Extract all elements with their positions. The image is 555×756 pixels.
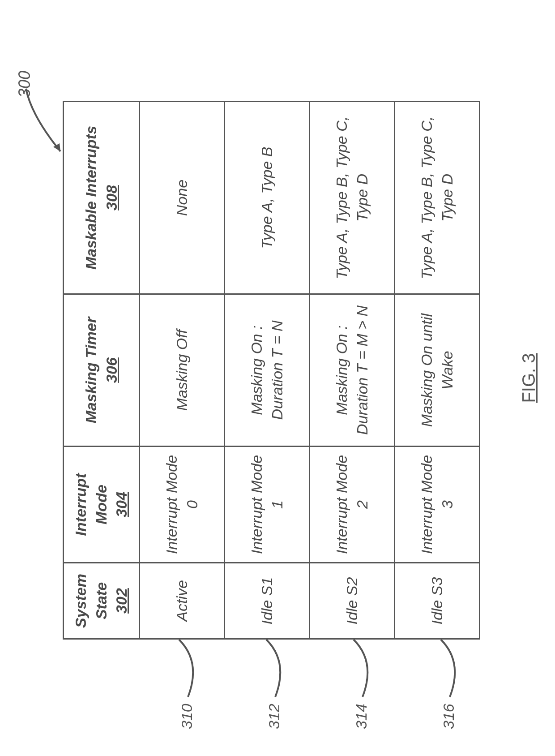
table-row: Idle S2 Interrupt Mode 2 Masking On : Du…: [310, 102, 395, 639]
cell-maskable-interrupts: Type A, Type B, Type C, Type D: [395, 102, 480, 294]
table-row: Idle S3 Interrupt Mode 3 Masking On unti…: [395, 102, 480, 639]
cell-masking-timer: Masking Off: [140, 294, 225, 447]
figure-ref-number: 300: [15, 71, 34, 98]
cell-interrupt-mode: Interrupt Mode 3: [395, 447, 480, 563]
cell-masking-timer: Masking On : Duration T = M > N: [310, 294, 395, 447]
cell-system-state: Idle S2: [310, 563, 395, 639]
table-row: Idle S1 Interrupt Mode 1 Masking On : Du…: [225, 102, 310, 639]
cell-system-state: Active: [140, 563, 225, 639]
row-ref-lead: 312: [257, 631, 293, 729]
cell-masking-timer: Masking On : Duration T = N: [225, 294, 310, 447]
cell-interrupt-mode: Interrupt Mode 1: [225, 447, 310, 563]
cell-maskable-interrupts: None: [140, 102, 225, 294]
cell-maskable-interrupts: Type A, Type B, Type C, Type D: [310, 102, 395, 294]
cell-system-state: Idle S1: [225, 563, 310, 639]
row-ref-lead: 314: [345, 631, 380, 729]
col-header-masking-timer: Masking Timer 306: [64, 294, 140, 447]
col-header-maskable-interrupts: Maskable Interrupts 308: [64, 102, 140, 294]
cell-masking-timer: Masking On until Wake: [395, 294, 480, 447]
cell-interrupt-mode: Interrupt Mode 0: [140, 447, 225, 563]
figure-caption: FIG. 3: [519, 353, 539, 403]
row-ref-lead: 316: [432, 631, 468, 729]
cell-interrupt-mode: Interrupt Mode 2: [310, 447, 395, 563]
col-header-system-state: System State 302: [64, 563, 140, 639]
cell-system-state: Idle S3: [395, 563, 480, 639]
cell-maskable-interrupts: Type A, Type B: [225, 102, 310, 294]
row-ref-lead: 310: [170, 631, 206, 729]
table-row: Active Interrupt Mode 0 Masking Off None: [140, 102, 225, 639]
state-table: System State 302 Interrupt Mode 304 Mask…: [63, 101, 480, 640]
col-header-interrupt-mode: Interrupt Mode 304: [64, 447, 140, 563]
